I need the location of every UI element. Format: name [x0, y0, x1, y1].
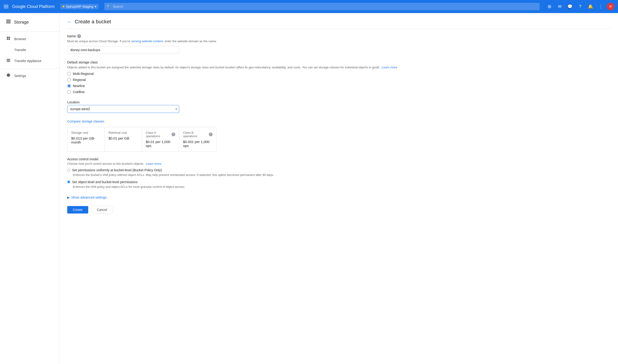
transfer-icon	[6, 47, 11, 52]
appliance-icon	[6, 58, 11, 64]
option-multi-regional[interactable]: Multi-Regional	[67, 72, 611, 76]
access-option-object-level: Set object-level and bucket-level permis…	[67, 180, 611, 189]
search-wrapper: 🔍	[104, 3, 539, 10]
settings-label: Settings	[14, 74, 26, 78]
chevron-right-icon: ▶	[67, 195, 70, 199]
access-learn-more-link[interactable]: Learn more	[146, 162, 161, 165]
compare-section: Compare storage classes	[67, 119, 611, 123]
mail-icon[interactable]: ✉	[555, 2, 564, 11]
retrieval-cost-value: $0.01 per GB	[108, 136, 138, 140]
svg-rect-5	[7, 39, 8, 40]
svg-rect-7	[7, 59, 10, 59]
storage-class-learn-more[interactable]: Learn more	[381, 65, 397, 69]
bucket-policy-desc: Enforces the bucket's IAM policy without…	[73, 173, 611, 177]
sidebar-item-transfer[interactable]: Transfer	[0, 44, 60, 55]
svg-rect-3	[7, 37, 8, 38]
pricing-class-a: Class A operations ? $0.01 per 1,000 ops	[142, 127, 180, 151]
pricing-storage-cost: Storage cost $0.013 per GB-month	[67, 127, 105, 151]
radio-regional[interactable]	[67, 78, 71, 82]
class-b-help-icon[interactable]: ?	[209, 132, 213, 136]
svg-rect-9	[7, 61, 10, 61]
svg-rect-6	[9, 39, 10, 40]
object-level-label[interactable]: Set object-level and bucket-level permis…	[67, 180, 611, 184]
location-select[interactable]: europe-west2 us-central1 us-east1 us-wes…	[67, 105, 179, 113]
location-select-wrapper: europe-west2 us-central1 us-east1 us-wes…	[67, 105, 179, 113]
sidebar-divider	[0, 31, 60, 31]
page-title: Create a bucket	[75, 19, 111, 25]
app-title: Google Cloud Platform	[12, 4, 55, 9]
svg-rect-8	[7, 60, 10, 60]
radio-coldline[interactable]	[67, 90, 71, 94]
name-description: Must be unique across Cloud Storage. If …	[67, 39, 611, 44]
back-button[interactable]: ←	[67, 19, 72, 25]
storage-class-label: Default storage class	[67, 60, 611, 64]
name-label: Name ?	[67, 34, 611, 38]
retrieval-cost-label: Retrieval cost	[108, 131, 138, 134]
storage-cost-label: Storage cost	[71, 131, 101, 134]
option-regional[interactable]: Regional	[67, 78, 611, 82]
project-selector[interactable]: SpinupWP-Staging ▾	[60, 4, 99, 9]
cancel-button[interactable]: Cancel	[91, 206, 113, 214]
name-section: Name ? Must be unique across Cloud Stora…	[67, 34, 611, 54]
help-icon[interactable]: ?	[576, 2, 584, 11]
svg-rect-4	[9, 37, 10, 38]
svg-rect-1	[7, 21, 10, 22]
avatar[interactable]: R	[607, 3, 614, 10]
browser-icon	[6, 36, 11, 41]
more-vert-icon[interactable]: ⋮	[596, 2, 605, 11]
access-option-bucket-policy: Set permissions uniformly at bucket-leve…	[67, 168, 611, 177]
access-control-label: Access control model	[67, 157, 611, 161]
class-a-label: Class A operations ?	[146, 131, 175, 138]
name-help-icon[interactable]: ?	[77, 34, 81, 38]
sidebar-title: Storage	[14, 20, 29, 25]
option-coldline[interactable]: Coldline	[67, 90, 611, 94]
search-input[interactable]	[104, 3, 539, 10]
sidebar-divider-2	[0, 68, 60, 68]
object-level-desc: Enforces the IAM policy and object ACLs …	[73, 184, 611, 189]
pricing-table: Storage cost $0.013 per GB-month Retriev…	[67, 127, 217, 152]
advanced-settings-toggle[interactable]: ▶ Show advanced settings	[67, 195, 611, 199]
pricing-retrieval-cost: Retrieval cost $0.01 per GB	[105, 127, 142, 151]
main-content: ← Create a bucket Name ? Must be unique …	[60, 13, 618, 364]
compare-storage-classes-link[interactable]: Compare storage classes	[67, 119, 104, 123]
class-a-value: $0.01 per 1,000 ops	[146, 140, 175, 148]
sidebar-item-transfer-appliance[interactable]: Transfer Appliance	[0, 55, 60, 66]
sidebar-item-settings[interactable]: Settings	[0, 70, 60, 81]
class-a-help-icon[interactable]: ?	[171, 132, 175, 136]
serving-website-link[interactable]: serving website content	[131, 39, 163, 43]
access-control-description: Choose how you'll control access to this…	[67, 162, 611, 165]
create-button[interactable]: Create	[67, 206, 88, 213]
browser-label: Browser	[14, 37, 26, 41]
radio-multi-regional[interactable]	[67, 72, 71, 76]
class-b-value: $0.001 per 1,000 ops	[183, 140, 213, 148]
location-label: Location	[67, 100, 611, 104]
location-section: Location europe-west2 us-central1 us-eas…	[67, 100, 611, 113]
sidebar: Storage Browser Transfer	[0, 13, 60, 364]
project-dropdown-icon: ▾	[95, 5, 96, 8]
radio-nearline[interactable]	[67, 84, 71, 88]
form-buttons: Create Cancel	[67, 206, 611, 214]
pricing-class-b: Class B operations ? $0.001 per 1,000 op…	[179, 127, 216, 151]
sidebar-header: Storage	[0, 15, 60, 29]
sidebar-item-browser[interactable]: Browser	[0, 33, 60, 44]
storage-class-description: Objects added to this bucket are assigne…	[67, 65, 611, 70]
storage-class-options: Multi-Regional Regional Nearline Coldlin…	[67, 72, 611, 94]
transfer-label: Transfer	[14, 48, 26, 52]
storage-class-section: Default storage class Objects added to t…	[67, 60, 611, 94]
bucket-policy-label[interactable]: Set permissions uniformly at bucket-leve…	[67, 168, 611, 172]
apps-icon[interactable]: ⊞	[545, 2, 553, 11]
project-name: SpinupWP-Staging	[66, 5, 93, 8]
hamburger-menu[interactable]	[4, 5, 8, 8]
notifications-icon[interactable]: 🔔	[586, 2, 595, 11]
option-nearline[interactable]: Nearline	[67, 84, 611, 88]
chat-icon[interactable]: 💬	[566, 2, 574, 11]
bucket-name-input[interactable]	[67, 46, 179, 54]
radio-object-level[interactable]	[67, 180, 70, 183]
settings-icon	[6, 73, 11, 78]
svg-rect-0	[7, 20, 10, 21]
storage-cost-value: $0.013 per GB-month	[71, 136, 101, 144]
radio-bucket-policy[interactable]	[67, 169, 70, 172]
nav-icons: ⊞ ✉ 💬 ? 🔔 ⋮ R	[545, 2, 614, 11]
class-b-label: Class B operations ?	[183, 131, 213, 138]
page-header: ← Create a bucket	[67, 19, 611, 29]
